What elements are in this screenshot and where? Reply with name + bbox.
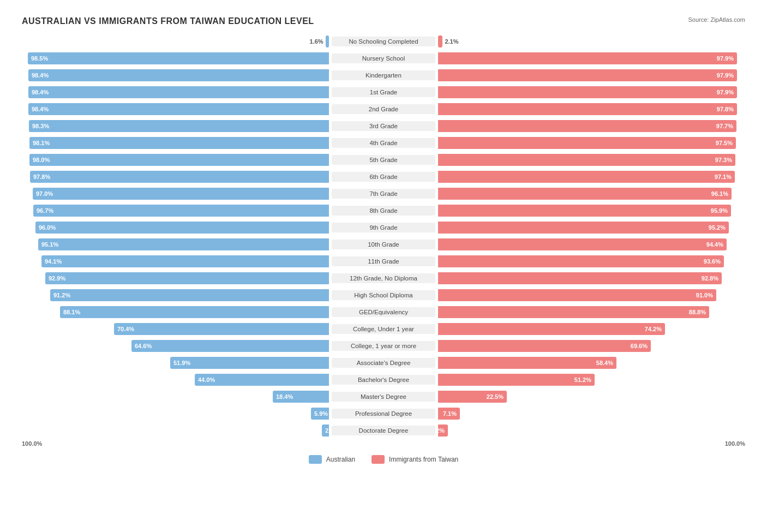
bar-row: 18.4%Master's Degree22.5% [22, 390, 745, 404]
bar-value-right: 22.5% [487, 393, 504, 400]
bar-value-right: 88.8% [689, 309, 706, 315]
bar-value-right: 2.1% [442, 38, 458, 45]
bar-label: Kindergarten [332, 70, 435, 80]
bar-row: 94.1%11th Grade93.6% [22, 254, 745, 268]
axis-labels: 100.0% 100.0% [22, 440, 745, 447]
bar-value-left: 98.4% [32, 89, 49, 95]
bar-label: 3rd Grade [332, 121, 435, 131]
bar-row: 44.0%Bachelor's Degree51.2% [22, 373, 745, 387]
bar-value-right: 7.1% [443, 410, 457, 417]
bar-value-right: 91.0% [696, 292, 713, 298]
bar-label: 8th Grade [332, 206, 435, 216]
bar-label: 9th Grade [332, 223, 435, 232]
bar-row: 64.6%College, 1 year or more69.6% [22, 339, 745, 353]
chart-container: AUSTRALIAN VS IMMIGRANTS FROM TAIWAN EDU… [11, 11, 756, 480]
bar-right: 69.6% [438, 340, 651, 352]
bar-label: College, Under 1 year [332, 324, 435, 334]
bar-right: 95.2% [438, 222, 729, 234]
bar-value-right: 69.6% [631, 343, 648, 349]
bar-value-left: 51.9% [173, 360, 190, 366]
bar-right [438, 35, 442, 47]
bar-label: Nursery School [332, 53, 435, 63]
legend-item-left: Australian [309, 455, 355, 464]
bar-left: 51.9% [170, 357, 329, 369]
bar-row: 98.1%4th Grade97.5% [22, 136, 745, 150]
bar-label: Bachelor's Degree [332, 375, 435, 385]
bar-row: 96.7%8th Grade95.9% [22, 204, 745, 218]
bar-row: 51.9%Associate's Degree58.4% [22, 356, 745, 370]
bar-right: 92.8% [438, 272, 722, 284]
bar-right: 95.9% [438, 205, 731, 217]
bar-label: 5th Grade [332, 155, 435, 165]
bar-right: 3.2% [438, 425, 448, 437]
bar-row: 98.4%2nd Grade97.8% [22, 102, 745, 116]
bar-value-right: 97.3% [715, 157, 732, 163]
bar-left: 98.4% [28, 103, 329, 115]
bar-value-right: 97.9% [717, 89, 734, 95]
bar-label: GED/Equivalency [332, 307, 435, 317]
bar-value-right: 94.4% [706, 241, 723, 248]
bar-value-left: 18.4% [276, 393, 293, 400]
legend-box-right [371, 455, 385, 464]
bar-value-left: 96.7% [37, 207, 53, 214]
bar-left: 94.1% [41, 255, 329, 267]
bar-left: 98.1% [29, 137, 329, 149]
bar-label: 10th Grade [332, 240, 435, 249]
bar-row: 98.4%Kindergarten97.9% [22, 68, 745, 82]
bar-row: 2.4%Doctorate Degree3.2% [22, 423, 745, 438]
bar-label: 1st Grade [332, 87, 435, 97]
bar-right: 91.0% [438, 289, 716, 301]
bar-value-right: 97.1% [715, 174, 732, 180]
bar-left: 97.0% [33, 188, 329, 200]
bar-value-right: 95.2% [709, 224, 726, 231]
bar-left: 98.5% [28, 52, 329, 64]
bar-right: 94.4% [438, 238, 727, 250]
bar-label: 12th Grade, No Diploma [332, 273, 435, 283]
bar-right: 97.8% [438, 103, 737, 115]
bar-row: 88.1%GED/Equivalency88.8% [22, 305, 745, 319]
bar-right: 97.9% [438, 69, 737, 81]
bar-left: 98.3% [29, 120, 329, 132]
bar-value-left: 98.3% [32, 123, 49, 129]
bar-row: 98.0%5th Grade97.3% [22, 153, 745, 167]
bar-row: 70.4%College, Under 1 year74.2% [22, 322, 745, 336]
bar-value-right: 95.9% [711, 207, 728, 214]
bar-right: 96.1% [438, 188, 732, 200]
bar-value-right: 92.8% [702, 275, 718, 282]
bar-left [326, 35, 329, 47]
axis-right: 100.0% [725, 440, 745, 447]
bar-right: 88.8% [438, 306, 709, 318]
bar-value-left: 95.1% [41, 241, 58, 248]
bar-value-left: 98.4% [32, 106, 49, 112]
bar-right: 97.5% [438, 137, 736, 149]
bar-value-left: 91.2% [53, 292, 70, 298]
bar-value-left: 94.1% [45, 258, 62, 265]
bar-value-right: 58.4% [596, 360, 613, 366]
bar-row: 96.0%9th Grade95.2% [22, 220, 745, 235]
bar-left: 5.9% [311, 408, 329, 420]
bar-label: 2nd Grade [332, 104, 435, 114]
bar-label: Master's Degree [332, 392, 435, 402]
bar-value-right: 97.9% [717, 72, 734, 79]
bar-value-right: 96.1% [711, 190, 728, 197]
bar-left: 92.9% [45, 272, 329, 284]
bar-row: 1.6%No Schooling Completed2.1% [22, 34, 745, 49]
bar-left: 97.8% [30, 171, 329, 183]
bar-value-left: 44.0% [198, 376, 215, 383]
bar-right: 97.9% [438, 52, 737, 64]
bar-label: Professional Degree [332, 409, 435, 419]
bar-label: Associate's Degree [332, 358, 435, 368]
bar-right: 97.7% [438, 120, 736, 132]
bar-right: 97.1% [438, 171, 735, 183]
bar-left: 70.4% [114, 323, 329, 335]
bar-right: 7.1% [438, 408, 460, 420]
bar-value-right: 93.6% [704, 258, 721, 265]
bar-left: 88.1% [60, 306, 329, 318]
bar-right: 97.3% [438, 154, 735, 166]
bar-value-left: 97.0% [36, 190, 53, 197]
legend-box-left [309, 455, 322, 464]
bar-label: 7th Grade [332, 189, 435, 199]
bar-label: 11th Grade [332, 256, 435, 266]
chart-title: AUSTRALIAN VS IMMIGRANTS FROM TAIWAN EDU… [22, 16, 745, 26]
bar-row: 97.8%6th Grade97.1% [22, 170, 745, 184]
